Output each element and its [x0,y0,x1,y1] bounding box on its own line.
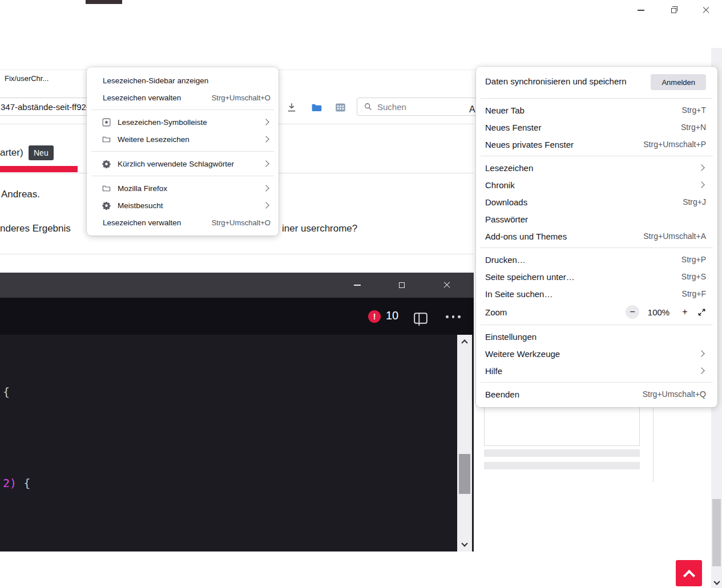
scroll-to-top-button[interactable] [676,560,702,586]
menu-item-shortcut: Strg+Umschalt+O [212,94,271,102]
menu-item-shortcut: Strg+Umschalt+O [212,218,271,227]
window-restore-button[interactable] [666,4,681,17]
page-scroll-down-button[interactable] [711,577,722,587]
menu-item-downloads[interactable]: Downloads Strg+J [476,193,717,210]
menu-item-label: Downloads [485,197,527,207]
menu-item-find-in-page[interactable]: In Seite suchen… Strg+F [476,285,717,302]
partial-page-text: arter) [0,147,23,159]
menu-item-label: Neues Fenster [485,123,541,132]
menu-item-shortcut: Strg+Umschalt+A [643,232,706,241]
chevron-right-icon [263,136,269,142]
menu-item-new-window[interactable]: Neues Fenster Strg+N [476,119,717,136]
window-close-button[interactable] [699,4,713,17]
chevron-right-icon [263,202,269,208]
background-tab-fragment[interactable] [86,0,122,4]
menu-item-settings[interactable]: Einstellungen [476,328,717,345]
screenshot-scrollbar [457,335,472,551]
menu-item-label: Neues privates Fenster [485,140,574,149]
screenshot-titlebar [0,273,474,298]
menu-item-quit[interactable]: Beenden Strg+Umschalt+Q [476,386,717,403]
menu-item-label: Kürzlich verwendete Schlagwörter [118,160,234,168]
menu-item-shortcut: Strg+T [682,106,706,115]
search-icon [364,103,372,111]
menu-item-new-private-window[interactable]: Neues privates Fenster Strg+Umschalt+P [476,136,717,153]
zoom-label: Zoom [485,307,507,317]
screenshot-scroll-thumb [459,454,470,494]
menu-item-bookmarks[interactable]: Lesezeichen [476,159,717,176]
screenshot-close-icon [439,279,454,291]
menu-item-history[interactable]: Chronik [476,176,717,193]
bookmarks-bar-item[interactable]: Fix/userChr... [5,74,49,83]
code-line: 2) { [3,476,30,490]
menu-item-label: Drucken… [485,255,526,265]
menu-item-addons-themes[interactable]: Add-ons und Themes Strg+Umschalt+A [476,228,717,245]
calendar-extension-button[interactable] [332,99,349,116]
menu-item-shortcut: Strg+F [682,289,706,298]
error-count: 10 [386,309,398,322]
new-badge: Neu [29,145,54,160]
sync-header: Daten synchronisieren und speichern Anme… [476,70,717,95]
menu-item-label: Chronik [485,180,515,190]
menu-separator [481,382,713,383]
quote-box-fragment [484,407,640,446]
screenshot-code-editor: { 2) { [0,335,474,551]
menu-item-shortcut: Strg+N [681,123,706,132]
chevron-right-icon [263,185,269,191]
menu-item-print[interactable]: Drucken… Strg+P [476,251,717,268]
menu-item-most-visited[interactable]: Meistbesucht [87,197,279,214]
menu-item-label: In Seite suchen… [485,289,552,299]
sidebar-layout-icon [412,311,429,326]
menu-separator [481,248,713,248]
page-scroll-thumb[interactable] [712,499,721,566]
menu-item-zoom: Zoom − 100% + [476,302,717,322]
app-menu: Daten synchronisieren und speichern Anme… [476,67,717,407]
menu-item-new-tab[interactable]: Neuer Tab Strg+T [476,102,717,119]
fullscreen-icon[interactable] [697,308,706,317]
text-placeholder-bar [484,449,640,457]
menu-separator [481,325,713,325]
zoom-value[interactable]: 100% [645,307,672,317]
menu-item-save-page[interactable]: Seite speichern unter… Strg+S [476,268,717,285]
folder-icon [310,102,322,113]
menu-item-label: Lesezeichen verwalten [103,218,181,227]
menu-separator [481,156,713,156]
zoom-out-button[interactable]: − [626,305,639,319]
card-edge [653,407,654,482]
menu-item-recent-tags[interactable]: Kürzlich verwendete Schlagwörter [87,155,279,172]
screenshot-maximize-icon [394,279,409,291]
menu-item-passwords[interactable]: Passwörter [476,210,717,228]
menu-item-manage-bookmarks-bottom[interactable]: Lesezeichen verwalten Strg+Umschalt+O [87,214,279,231]
menu-item-other-bookmarks[interactable]: Weitere Lesezeichen [87,131,279,148]
menu-item-label: Lesezeichen-Symbolleiste [118,118,207,127]
downloads-button[interactable] [283,99,300,116]
folder-icon [102,135,111,144]
menu-item-manage-bookmarks[interactable]: Lesezeichen verwalten Strg+Umschalt+O [87,89,279,106]
error-badge-icon: ! [368,310,381,323]
folder-extension-button[interactable] [308,99,325,116]
menu-item-label: Lesezeichen verwalten [103,94,181,102]
zoom-in-button[interactable]: + [678,305,692,319]
minimize-icon [638,10,644,10]
menu-item-shortcut: Strg+Umschalt+P [643,140,706,149]
menu-item-label: Passwörter [485,214,528,224]
author-name: Andreas. [1,189,40,200]
menu-item-show-bookmarks-sidebar[interactable]: Lesezeichen-Sidebar anzeigen [87,72,279,89]
active-tab-underline [0,166,78,172]
menu-item-more-tools[interactable]: Weitere Werkzeuge [476,345,717,362]
menu-item-shortcut: Strg+P [681,255,706,264]
screenshot-devtools-toolbar: ! 10 [0,298,474,335]
chevron-right-icon [698,367,704,374]
menu-separator [91,176,274,176]
window-minimize-button[interactable] [634,4,648,17]
signin-button[interactable]: Anmelden [651,74,706,90]
menu-item-label: Einstellungen [485,332,537,342]
question-text-right: iner userchrome? [282,223,357,234]
menu-item-label: Weitere Werkzeuge [485,349,560,359]
post-divider [0,254,474,254]
menu-item-bookmarks-toolbar[interactable]: Lesezeichen-Symbolleiste [87,113,279,131]
chevron-down-icon [713,578,720,585]
post-screenshot-image: ! 10 { 2) { [0,273,474,551]
menu-item-mozilla-firefox[interactable]: Mozilla Firefox [87,180,279,197]
menu-item-help[interactable]: Hilfe [476,362,717,379]
scroll-up-icon [457,336,472,347]
